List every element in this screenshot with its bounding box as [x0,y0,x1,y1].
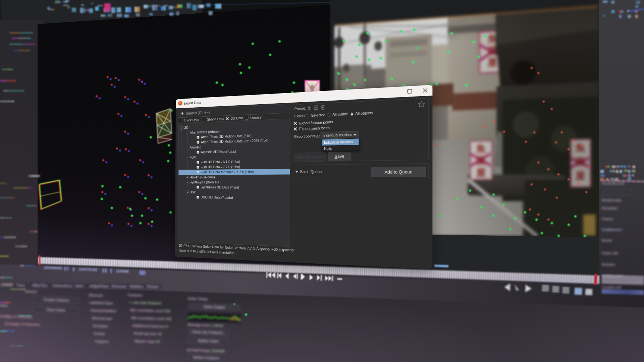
svg-text:勇: 勇 [309,84,315,90]
